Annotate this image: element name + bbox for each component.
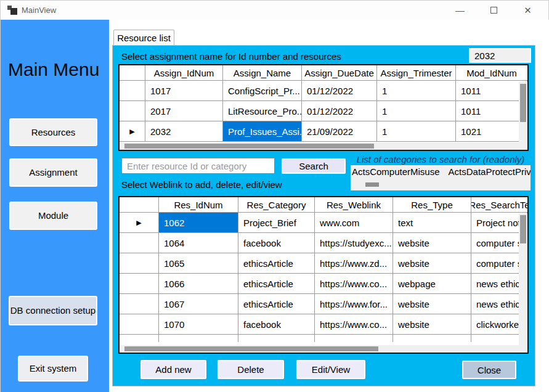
grid-cell[interactable]: 1065 — [159, 253, 238, 273]
table-row[interactable]: 1065 ethicsArticle https://www.zd... web… — [120, 253, 527, 274]
row-header[interactable]: ▶ — [120, 121, 145, 141]
row-header-corner[interactable] — [120, 65, 145, 80]
grid-cell[interactable]: https://www.zd... — [315, 253, 393, 273]
row-header-corner[interactable] — [120, 197, 159, 212]
row-header[interactable] — [120, 101, 145, 121]
scrollbar-thumb[interactable] — [520, 215, 526, 243]
row-header[interactable] — [120, 314, 159, 334]
grid-cell[interactable]: website — [393, 294, 471, 314]
module-button[interactable]: Module — [9, 202, 97, 230]
column-header[interactable]: Assign_IdNum — [145, 65, 223, 80]
grid-cell[interactable]: https://www.co... — [315, 274, 393, 293]
grid-cell[interactable]: website — [393, 253, 471, 273]
minimize-button[interactable]: — — [446, 1, 474, 20]
categories-listbox[interactable]: ActsComputerMisuse ActsDataProtectPriva — [351, 165, 531, 190]
horizontal-scrollbar[interactable] — [120, 345, 519, 353]
delete-button[interactable]: Delete — [218, 360, 284, 379]
row-header[interactable] — [120, 294, 159, 314]
scrollbar-thumb[interactable] — [124, 144, 374, 149]
close-button[interactable]: Close — [462, 361, 516, 379]
assignment-id-field[interactable] — [469, 48, 531, 63]
column-header[interactable]: Assign_Name — [223, 65, 302, 80]
horizontal-scrollbar[interactable] — [120, 142, 519, 150]
grid-cell[interactable]: 2017 — [145, 101, 223, 121]
grid-cell[interactable]: 1064 — [159, 233, 238, 253]
db-connection-setup-button[interactable]: DB connection setup — [9, 296, 97, 325]
row-header[interactable] — [120, 253, 159, 273]
row-header[interactable]: ▶ — [120, 213, 159, 232]
table-row[interactable]: 1066 ethicsArticle https://www.co... web… — [120, 274, 527, 294]
row-header[interactable] — [120, 81, 145, 100]
grid-cell[interactable]: webpage — [393, 274, 471, 293]
grid-cell-selected[interactable]: 1062 — [159, 213, 238, 232]
grid-cell[interactable]: LitResource_Pro... — [223, 101, 302, 121]
grid-cell[interactable]: ethicsArticle — [238, 274, 315, 293]
grid-cell[interactable]: 1021 — [456, 121, 527, 141]
column-header[interactable]: Assign_DueDate — [302, 65, 377, 80]
grid-cell[interactable]: 1070 — [159, 314, 238, 334]
assignment-button[interactable]: Assignment — [9, 158, 97, 187]
column-header[interactable]: Res_IdNum — [159, 197, 238, 212]
grid-cell[interactable]: facebook — [238, 233, 315, 253]
grid-cell[interactable]: 1 — [377, 81, 456, 100]
grid-cell[interactable]: ethicsArticle — [238, 294, 315, 314]
grid-cell[interactable]: 1066 — [159, 274, 238, 293]
table-row[interactable]: 1017 ConfigScript_Pr... 01/12/2022 1 101… — [120, 81, 527, 101]
row-header[interactable] — [120, 233, 159, 253]
tab-resource-list[interactable]: Resource list — [113, 30, 174, 46]
vertical-scrollbar[interactable] — [519, 81, 527, 150]
grid-cell[interactable]: 1 — [377, 121, 456, 141]
grid-cell[interactable]: https://www.co... — [315, 314, 393, 334]
close-icon: ✕ — [524, 5, 532, 16]
grid-cell[interactable]: 1 — [377, 101, 456, 121]
column-header[interactable]: Res_SearchTe — [471, 197, 527, 212]
column-header[interactable]: Res_Category — [238, 197, 315, 212]
grid-cell[interactable]: 01/12/2022 — [302, 81, 377, 100]
scrollbar-thumb[interactable] — [124, 346, 378, 351]
grid-cell[interactable]: Project_Brief — [238, 213, 315, 232]
vertical-scrollbar[interactable] — [519, 213, 527, 353]
table-row[interactable]: 1064 facebook https://studyexc... websit… — [120, 233, 527, 253]
grid-cell[interactable]: ethicsArticle — [238, 253, 315, 273]
column-header[interactable]: Res_Type — [393, 197, 471, 212]
resources-button[interactable]: Resources — [9, 118, 97, 146]
column-header[interactable]: Mod_IdNum — [456, 65, 527, 80]
grid-cell[interactable]: 1067 — [159, 294, 238, 314]
row-header[interactable] — [120, 274, 159, 293]
column-header[interactable]: Assign_Trimester — [377, 65, 456, 80]
grid-cell[interactable]: https://studyexc... — [315, 233, 393, 253]
grid-cell[interactable]: 2032 — [145, 121, 223, 141]
grid-cell[interactable]: 01/12/2022 — [302, 101, 377, 121]
scrollbar-thumb[interactable] — [365, 182, 379, 187]
window-title: MainView — [22, 1, 56, 20]
table-row[interactable]: 2017 LitResource_Pro... 01/12/2022 1 101… — [120, 101, 527, 121]
add-new-button[interactable]: Add new — [140, 360, 206, 379]
grid-cell[interactable]: website — [393, 233, 471, 253]
grid-cell[interactable]: facebook — [238, 314, 315, 334]
category-item[interactable]: ActsDataProtectPriva — [449, 166, 531, 177]
table-row-current[interactable]: ▶ 2032 Prof_Issues_Assi... 21/09/2022 1 … — [120, 121, 527, 142]
table-row[interactable]: 1067 ethicsArticle https://www.for... we… — [120, 294, 527, 314]
grid-cell[interactable]: 1017 — [145, 81, 223, 100]
category-item[interactable]: ActsComputerMisuse — [352, 166, 440, 177]
grid-cell[interactable]: text — [393, 213, 471, 232]
exit-system-button[interactable]: Exit system — [18, 356, 88, 382]
main-menu-title: Main Menu — [8, 59, 99, 80]
grid-cell[interactable]: website — [393, 314, 471, 334]
edit-view-button[interactable]: Edit/View — [296, 360, 365, 379]
search-button[interactable]: Search — [282, 158, 346, 174]
grid-cell[interactable]: www.com — [315, 213, 393, 232]
grid-cell[interactable]: 1011 — [456, 101, 527, 121]
grid-cell[interactable]: 21/09/2022 — [302, 121, 377, 141]
scrollbar-thumb[interactable] — [520, 84, 526, 122]
grid-cell[interactable]: 1011 — [456, 81, 527, 100]
close-window-button[interactable]: ✕ — [514, 1, 542, 20]
column-header[interactable]: Res_Weblink — [315, 197, 393, 212]
grid-cell-selected[interactable]: Prof_Issues_Assi... — [223, 121, 302, 141]
maximize-button[interactable] — [480, 1, 508, 20]
search-input[interactable] — [121, 158, 275, 174]
grid-cell[interactable]: https://www.for... — [315, 294, 393, 314]
grid-cell[interactable]: ConfigScript_Pr... — [223, 81, 302, 100]
table-row-current[interactable]: ▶ 1062 Project_Brief www.com text Projec… — [120, 213, 527, 233]
table-row[interactable]: 1070 facebook https://www.co... website … — [120, 314, 527, 335]
